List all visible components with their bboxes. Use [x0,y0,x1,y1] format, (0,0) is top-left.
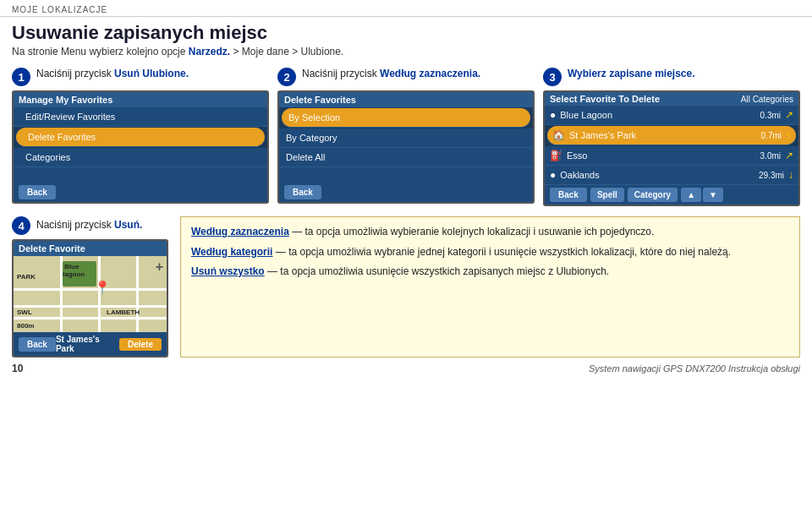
fav-arrow-1: ↑ [786,129,791,141]
screen3-arrow-up[interactable]: ▲ [681,188,701,202]
screen2-bottom: Back [279,183,533,202]
fav-icon-1: 🏠 [552,129,565,141]
step-2-text: Naciśnij przycisk Według zaznaczenia. [302,68,480,81]
map-screen-title: Delete Favorite [14,241,167,256]
fav-arrow-0: ↗ [785,109,793,121]
fav-name-0: Blue Lagoon [560,110,755,120]
map-screen: Delete Favorite Blue lagoon PARK SWL LAM… [12,239,168,358]
screen3-item-0[interactable]: ● Blue Lagoon 0.3mi ↗ [545,106,798,125]
road-h-1 [14,288,168,291]
road-h-3 [14,317,168,319]
bottom-section: 4 Naciśnij przycisk Usuń. Delete Favorit… [0,211,812,358]
step-4-number: 4 [12,216,30,235]
map-screen-bottom: Back St James's Park Delete [14,332,167,356]
map-label-lambeth: LAMBETH [107,308,140,316]
screen1-item-1[interactable]: Delete Favorites [16,128,265,147]
step-4-header: 4 Naciśnij przycisk Usuń. [12,216,142,235]
screen3-back-button[interactable]: Back [550,188,587,202]
step-2-number: 2 [277,68,296,86]
fav-name-2: Esso [567,150,756,161]
fav-name-3: Oaklands [560,170,754,180]
road-v-3 [136,256,139,332]
road-h-2 [14,305,168,308]
screen1-back-button[interactable]: Back [19,185,56,199]
desc-link-3[interactable]: Usuń wszystko [191,265,265,277]
fav-arrow-3: ↓ [788,169,793,181]
screen3-arrow-down[interactable]: ▼ [703,188,723,202]
screen3-spell-button[interactable]: Spell [590,188,624,202]
map-label-park3: PARK [17,273,36,281]
map-label-dist: 800m [17,322,34,330]
screen3-item-1[interactable]: 🏠 St James's Park 0.7mi ↑ [547,126,796,145]
map-label-park2: lagoon [63,270,85,278]
page-header: Moje lokalizacje [0,0,812,17]
page-footer: 10 System nawigacji GPS DNX7200 Instrukc… [0,359,812,376]
screen3-item-3[interactable]: ● Oaklands 29.3mi ↓ [545,166,798,185]
subtitle: Na stronie Menu wybierz kolejno opcje Na… [0,46,812,63]
screen3-title: Select Favorite To Delete [550,94,660,104]
fav-icon-3: ● [550,169,556,181]
map-label-swl: SWL [17,308,32,316]
screen3-item-2[interactable]: ⛽ Esso 3.0mi ↗ [545,146,798,166]
map-pin-icon: 📍 [94,280,111,296]
breadcrumb: Moje lokalizacje [12,5,107,14]
step-1: 1 Naciśnij przycisk Usuń Ulubione. Manag… [12,68,269,206]
step-4-text: Naciśnij przycisk Usuń. [36,219,142,232]
screen1-title: Manage My Favorites [14,92,267,107]
screen1-item-0[interactable]: Edit/Review Favorites [14,107,267,127]
fav-icon-0: ● [550,109,556,121]
step-3: 3 Wybierz zapisane miejsce. Select Favor… [543,68,800,206]
map-delete-button[interactable]: Delete [119,338,162,351]
gps-screen-1: Manage My Favorites Edit/Review Favorite… [12,90,269,204]
step-1-number: 1 [12,68,30,86]
fav-dist-0: 0.3mi [760,111,781,120]
map-back-button[interactable]: Back [19,337,56,352]
screen3-bottom: Back Spell Category ▲ ▼ [545,185,798,205]
fav-arrow-2: ↗ [785,150,793,161]
desc-p1: Według zaznaczenia — ta opcja umożliwia … [191,224,789,240]
screen3-category-button[interactable]: Category [628,188,678,202]
footer-brand: System nawigacji GPS DNX7200 Instrukcja … [589,363,800,374]
steps-row: 1 Naciśnij przycisk Usuń Ulubione. Manag… [0,63,812,210]
screen2-item-1[interactable]: By Category [279,128,533,148]
step-4-block: 4 Naciśnij przycisk Usuń. Delete Favorit… [12,216,168,358]
desc-p2: Według kategorii — ta opcja umożliwia wy… [191,244,789,260]
map-place-label: St James's Park [56,335,119,353]
map-label-park: Blue [64,263,79,270]
map-body: Blue lagoon PARK SWL LAMBETH 800m 📍 + [14,256,168,332]
subtitle-link[interactable]: Narzedz. [189,46,230,57]
main-title: Usuwanie zapisanych miejsc [0,17,812,46]
step-1-text: Naciśnij przycisk Usuń Ulubione. [36,68,189,81]
fav-name-1: St James's Park [569,130,757,140]
desc-link-1[interactable]: Według zaznaczenia [191,226,289,237]
desc-p3: Usuń wszystko — ta opcja umożliwia usuni… [191,264,789,280]
fav-icon-2: ⛽ [550,150,562,161]
screen1-bottom: Back [14,183,267,202]
screen1-item-2[interactable]: Categories [14,148,267,167]
fav-dist-3: 29.3mi [759,171,784,180]
step-3-text: Wybierz zapisane miejsce. [568,68,695,81]
fav-dist-1: 0.7mi [761,131,782,140]
gps-screen-2: Delete Favorites By Selection By Categor… [277,90,535,204]
screen3-titlebar: Select Favorite To Delete All Categories [545,92,798,106]
description-box: Według zaznaczenia — ta opcja umożliwia … [180,216,800,358]
step-3-number: 3 [543,68,562,86]
screen3-category: All Categories [741,95,793,104]
footer-page-number: 10 [12,363,23,374]
screen2-item-2[interactable]: Delete All [279,148,533,167]
map-plus-icon: + [156,259,163,275]
screen2-title: Delete Favorites [279,92,533,107]
desc-link-2[interactable]: Według kategorii [191,246,272,258]
screen2-item-0[interactable]: By Selection [282,108,530,128]
gps-screen-3: Select Favorite To Delete All Categories… [543,90,800,206]
step-2: 2 Naciśnij przycisk Według zaznaczenia. … [277,68,535,206]
fav-dist-2: 3.0mi [760,151,781,161]
screen2-back-button[interactable]: Back [284,185,321,199]
